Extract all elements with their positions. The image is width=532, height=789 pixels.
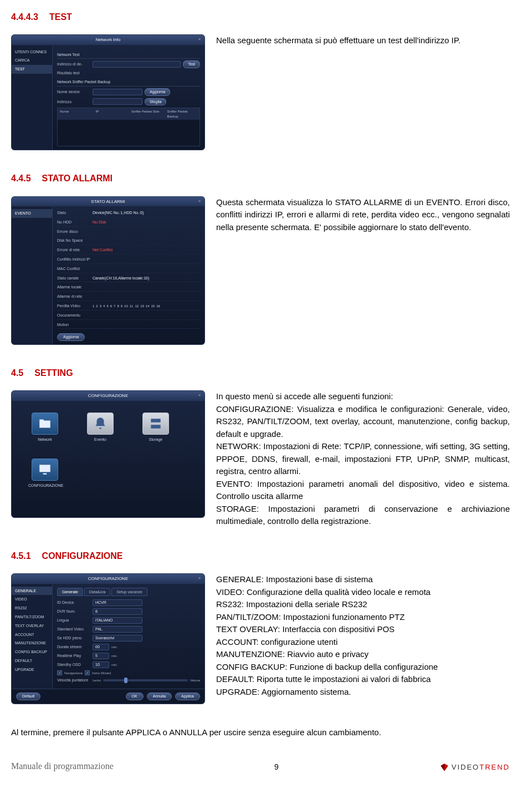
close-icon[interactable]: ×	[197, 36, 202, 42]
menu-item-storage[interactable]: Storage	[139, 413, 172, 442]
page-number: 9	[274, 762, 279, 773]
menu-item-configurazione[interactable]: CONFIGURAZIONE	[28, 459, 62, 488]
label-standby-osd: Standby OSD	[57, 662, 90, 668]
checkbox-navigazione[interactable]: ✓	[57, 670, 62, 675]
sfoglia-button[interactable]: Sfoglia	[145, 98, 166, 106]
value-stato-canale: Canale(CH:16,Allarme locale:16)	[93, 276, 200, 281]
section-number: 4.4.4.3	[11, 11, 38, 23]
sidebar: EVENTO	[12, 207, 53, 344]
select-hdd-pieno[interactable]: Sovrascrivi	[93, 635, 142, 642]
checkbox-wizard[interactable]: ✓	[85, 670, 90, 675]
input-dvr-num[interactable]: 8	[93, 608, 142, 615]
input-indirizzo-2[interactable]	[93, 98, 142, 105]
sidebar-item-upgrade[interactable]: UPGRADE	[12, 665, 52, 674]
menu-label-network: Network	[28, 437, 62, 442]
window-titlebar: STATO ALLARMI ×	[12, 197, 204, 207]
footnote: Al termine, premere il pulsante APPLICA …	[11, 726, 499, 738]
label-nome-device: Nome device	[57, 89, 90, 95]
label-velocita-puntatore: Velocità puntatore	[57, 678, 90, 683]
window-configurazione-menu: CONFIGURAZIONE × Network Evento	[11, 390, 205, 518]
sidebar: UTENTI CONNES CARICA TEST	[12, 45, 53, 150]
sidebar-item-test[interactable]: TEST	[12, 65, 52, 74]
close-icon[interactable]: ×	[197, 392, 202, 398]
close-icon[interactable]: ×	[197, 198, 202, 203]
tab-generale[interactable]: Generale	[57, 588, 83, 597]
monitor-icon	[38, 462, 52, 477]
label-mac-conflict: MAC Conflict	[57, 266, 90, 272]
input-durata-stream[interactable]: 60	[93, 644, 109, 650]
sidebar-item-config-backup[interactable]: CONFIG BACKUP	[12, 648, 52, 656]
input-standby-osd[interactable]: 10	[93, 661, 109, 668]
sidebar-item-video[interactable]: VIDEO	[12, 595, 52, 604]
aggiorna-button[interactable]: Aggiorna	[57, 333, 85, 341]
label-conflitto-ip: Conflitto indirizzi IP	[57, 257, 90, 262]
label-hdd-pieno: Se HDD pieno	[57, 635, 90, 641]
unit-min: min.	[111, 663, 117, 667]
input-indirizzo[interactable]	[93, 61, 181, 68]
label-allarme-rete: Allarme di rete	[57, 294, 90, 299]
label-id-device: ID Device	[57, 600, 90, 605]
window-title: Network Info	[96, 37, 121, 42]
value-nohdd: No Disk	[93, 220, 200, 225]
sidebar-item-ptz[interactable]: PAN/TILT/ZOOM	[12, 613, 52, 622]
test-button[interactable]: Test	[183, 60, 200, 68]
label-lingua: Lingua	[57, 618, 90, 623]
input-nome-device[interactable]	[93, 89, 142, 95]
section-test: 4.4.4.3 TEST Network Info × UTENTI CONNE…	[11, 11, 510, 150]
sidebar-item-carica[interactable]: CARICA	[12, 56, 52, 65]
sidebar-item-default[interactable]: DEFAULT	[12, 656, 52, 665]
menu-item-network[interactable]: Network	[28, 413, 62, 442]
window-title: CONFIGURAZIONE	[88, 576, 128, 581]
window-titlebar: Network Info ×	[12, 35, 204, 45]
th-backup: Sniffer Packet Backup	[167, 109, 198, 119]
value-stato: Device(NIC No.:1,HDD No.:0)	[93, 210, 200, 216]
label-standard-video: Standard Video	[57, 627, 90, 632]
section-title: CONFIGURAZIONE	[42, 550, 123, 562]
unit-min: min.	[111, 645, 117, 649]
select-standard-video[interactable]: PAL	[93, 626, 142, 633]
input-id-device[interactable]: HCVR	[93, 599, 142, 606]
input-realtime-play[interactable]: 5	[93, 653, 109, 659]
default-button[interactable]: Default	[16, 693, 40, 700]
label-stato: Stato	[57, 210, 90, 216]
label-indirizzo: Indirizzo di de-	[57, 62, 90, 67]
sidebar-item-rs232[interactable]: RS232	[12, 604, 52, 613]
footer-left: Manuale di programmazione	[11, 760, 114, 772]
applica-button[interactable]: Applica	[175, 693, 200, 700]
footer-brand: VIDEOTREND	[439, 762, 510, 772]
disk-icon	[149, 416, 163, 431]
menu-label-configurazione: CONFIGURAZIONE	[28, 483, 62, 488]
tab-vacanze[interactable]: Setup vacanze	[111, 588, 147, 597]
window-titlebar: CONFIGURAZIONE ×	[12, 574, 204, 584]
folder-icon	[38, 416, 52, 431]
sidebar: GENERALE VIDEO RS232 PAN/TILT/ZOOM TEXT …	[12, 584, 53, 689]
sidebar-item-generale[interactable]: GENERALE	[12, 587, 52, 595]
section-body: In questo menù si accede alle seguenti f…	[216, 390, 510, 528]
sidebar-item-text-overlay[interactable]: TEXT OVERLAY	[12, 622, 52, 630]
sidebar-item-account[interactable]: ACCOUNT	[12, 630, 52, 639]
slider-velocita[interactable]	[103, 679, 188, 681]
section-body: Nella seguente schermata si può effettua…	[216, 34, 510, 47]
tab-dataora[interactable]: Data&ora	[84, 588, 111, 597]
label-disk-nospace: Disk No Space	[57, 238, 90, 243]
annulla-button[interactable]: Annulla	[147, 693, 172, 700]
sidebar-item-manutenzione[interactable]: MANUTENZIONE	[12, 639, 52, 648]
menu-label-storage: Storage	[139, 437, 172, 442]
aggiorna-button[interactable]: Aggiorna	[145, 88, 170, 96]
section-number: 4.5	[11, 367, 23, 379]
bell-icon	[93, 416, 108, 431]
sidebar-item-evento[interactable]: EVENTO	[12, 209, 52, 218]
sidebar-item-utenti[interactable]: UTENTI CONNES	[12, 48, 52, 57]
section-stato-allarmi: 4.4.5 STATO ALLARMI STATO ALLARMI × EVEN…	[11, 172, 510, 345]
select-lingua[interactable]: ITALIANO	[93, 617, 142, 624]
section-title: SETTING	[34, 367, 73, 379]
th-ip: IP	[96, 109, 126, 119]
menu-label-evento: Evento	[84, 437, 117, 442]
label-motion: Motion	[57, 322, 90, 328]
close-icon[interactable]: ×	[197, 575, 202, 581]
value-perdita-video: 1234 5678 9101112 13141516	[93, 304, 160, 308]
section-title: TEST	[49, 11, 72, 23]
label-errore-disco: Errore disco	[57, 229, 90, 235]
ok-button[interactable]: OK	[126, 693, 144, 700]
menu-item-evento[interactable]: Evento	[84, 413, 117, 442]
